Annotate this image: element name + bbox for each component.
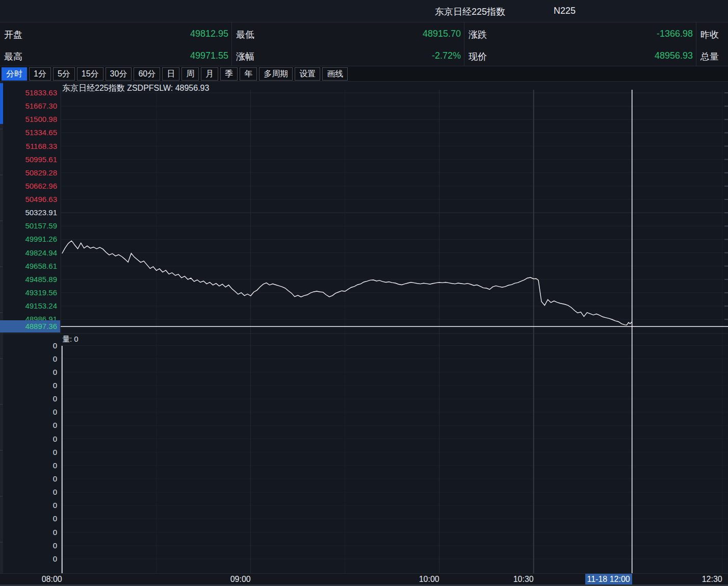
tab-多周期[interactable]: 多周期 — [259, 67, 293, 81]
tab-周[interactable]: 周 — [181, 67, 199, 81]
tab-1分[interactable]: 1分 — [29, 67, 51, 81]
tab-年[interactable]: 年 — [240, 67, 257, 81]
instrument-title: 东京日经225指数 — [435, 6, 505, 18]
volume-axis-label: 0 — [0, 341, 57, 351]
info-value: 48956.93 — [655, 50, 693, 61]
price-axis-label: 49153.24 — [0, 301, 57, 311]
info-value: 48915.70 — [423, 29, 461, 39]
info-column: 最低48915.70涨幅-2.72% — [232, 22, 464, 66]
volume-axis-label: 0 — [0, 541, 57, 551]
volume-axis-label: 0 — [0, 394, 57, 404]
tab-画线[interactable]: 画线 — [322, 67, 348, 81]
volume-axis-label: 0 — [0, 461, 57, 471]
price-axis-label: 51833.63 — [0, 88, 57, 98]
tab-60分[interactable]: 60分 — [134, 67, 160, 81]
price-axis-label: 50995.61 — [0, 155, 57, 165]
volume-axis-label: 0 — [0, 527, 57, 538]
info-value: 49971.55 — [190, 50, 228, 61]
price-axis-label: 51168.33 — [0, 141, 57, 151]
price-axis-label: 50157.59 — [0, 221, 57, 231]
info-label: 最低 — [236, 29, 254, 41]
tab-季[interactable]: 季 — [220, 67, 238, 81]
time-axis-label: 12:30 — [702, 574, 722, 584]
volume-axis-label: 0 — [0, 554, 57, 564]
crosshair-price-label: 48897.36 — [0, 320, 60, 333]
title-bar: 东京日经225指数 N225 — [0, 0, 728, 22]
chart-overlay-label: 东京日经225指数 ZSDPFSLW: 48956.93 — [62, 83, 209, 94]
time-axis-label: 09:00 — [230, 574, 251, 584]
time-axis-label: 08:00 — [42, 574, 62, 584]
price-axis-label: 49991.26 — [0, 234, 57, 244]
chart-plot-area[interactable] — [61, 82, 728, 573]
price-axis-label: 50662.96 — [0, 181, 57, 191]
volume-axis-label: 0 — [0, 487, 57, 497]
time-axis-label: 10:00 — [419, 574, 439, 584]
tab-15分[interactable]: 15分 — [77, 67, 103, 81]
price-axis-label: 50323.91 — [0, 208, 57, 218]
tab-5分[interactable]: 5分 — [53, 67, 75, 81]
price-axis-label: 50829.28 — [0, 168, 57, 178]
tab-日[interactable]: 日 — [162, 67, 179, 81]
instrument-symbol: N225 — [554, 6, 576, 16]
price-axis-label: 49485.89 — [0, 274, 57, 285]
info-label: 总量 — [700, 50, 719, 63]
price-axis-label: 49658.61 — [0, 261, 57, 271]
quote-info-bar: 开盘49812.95最高49971.55最低48915.70涨幅-2.72%涨跌… — [0, 22, 728, 66]
period-tab-bar: 分时1分5分15分30分60分日周月季年多周期设置画线 — [0, 66, 728, 82]
volume-axis-label: 0 — [0, 407, 57, 417]
price-axis-label: 49824.94 — [0, 248, 57, 258]
price-axis-label: 51500.98 — [0, 114, 57, 124]
time-axis: 11-18 12:00 08:0009:0010:0010:3012:30 — [0, 573, 728, 584]
info-label: 开盘 — [4, 29, 22, 41]
info-label: 涨幅 — [236, 50, 254, 63]
volume-axis-label: 0 — [0, 434, 57, 444]
price-axis-label: 49319.56 — [0, 288, 57, 298]
volume-axis-label: 0 — [0, 514, 57, 524]
volume-axis-label: 0 — [0, 447, 57, 457]
crosshair-time-label: 11-18 12:00 — [585, 574, 632, 584]
price-axis-label: 51667.30 — [0, 101, 57, 111]
volume-axis-label: 0 — [0, 500, 57, 511]
volume-axis-label: 0 — [0, 380, 57, 391]
info-column: 涨跌-1366.98现价48956.93 — [464, 22, 696, 66]
info-label: 最高 — [4, 50, 22, 63]
price-axis-label: 51334.65 — [0, 128, 57, 138]
volume-axis-label: 0 — [0, 367, 57, 377]
info-value: 49812.95 — [190, 29, 228, 39]
volume-axis-label: 0 — [0, 474, 57, 484]
tab-月[interactable]: 月 — [201, 67, 218, 81]
price-axis-label: 50496.63 — [0, 194, 57, 205]
tab-30分[interactable]: 30分 — [106, 67, 132, 81]
time-axis-label: 10:30 — [513, 574, 534, 584]
info-label: 涨跌 — [469, 29, 487, 41]
tab-设置[interactable]: 设置 — [295, 67, 320, 81]
volume-pane-label: 量: 0 — [62, 335, 79, 344]
chart-region: 东京日经225指数 ZSDPFSLW: 48956.93 量: 0 48897.… — [0, 82, 728, 585]
info-value: -2.72% — [432, 50, 461, 61]
volume-axis-label: 0 — [0, 420, 57, 430]
info-label: 昨收 — [700, 29, 719, 41]
info-value: -1366.98 — [657, 29, 693, 39]
info-column: 开盘49812.95最高49971.55 — [0, 22, 232, 66]
info-label: 现价 — [469, 50, 487, 63]
volume-axis-label: 0 — [0, 354, 57, 364]
tab-分时[interactable]: 分时 — [2, 67, 27, 81]
info-column: 昨收总量 — [696, 22, 728, 66]
